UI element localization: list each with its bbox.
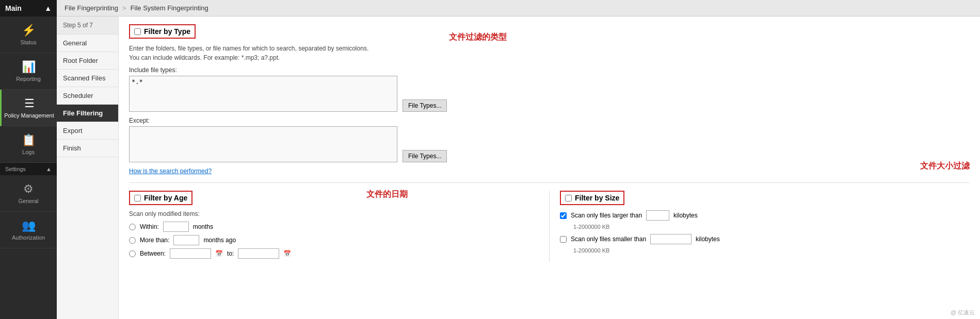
breadcrumb-part2: File System Fingerprinting: [131, 4, 208, 12]
more-than-label: More than:: [140, 237, 169, 244]
steps-nav: Step 5 of 7 General Root Folder Scanned …: [57, 16, 119, 319]
within-value-input[interactable]: 24: [163, 222, 189, 232]
larger-hint: 1-2000000 KB: [573, 224, 970, 230]
between-label: Between:: [140, 250, 166, 257]
step-header: Step 5 of 7: [57, 16, 118, 35]
content-area: Step 5 of 7 General Root Folder Scanned …: [57, 16, 980, 319]
step-finish[interactable]: Finish: [57, 140, 118, 157]
except-textarea[interactable]: [129, 126, 397, 162]
step-file-filtering[interactable]: File Filtering: [57, 105, 118, 122]
more-than-row: More than: 24 months ago: [129, 235, 539, 245]
filter-by-type-label[interactable]: Filter by Type: [134, 27, 190, 36]
authorization-icon: 👥: [22, 219, 36, 232]
breadcrumb-part1: File Fingerprinting: [65, 4, 118, 12]
step-export[interactable]: Export: [57, 122, 118, 140]
sidebar-header[interactable]: Main ▲: [0, 0, 57, 16]
calendar-icon-from[interactable]: 📅: [215, 250, 223, 257]
settings-section-label: Settings: [5, 166, 26, 172]
between-row: Between: 07/26/2019 📅 to: 07/26/2019 📅: [129, 248, 539, 259]
larger-label: Scan only files larger than: [571, 212, 642, 219]
main-content: File Fingerprinting > File System Finger…: [57, 0, 980, 319]
step-root-folder[interactable]: Root Folder: [57, 52, 118, 70]
calendar-icon-to[interactable]: 📅: [283, 250, 291, 257]
form-area: Filter by Type Enter the folders, file t…: [119, 16, 980, 319]
larger-checkbox[interactable]: [560, 212, 567, 219]
sidebar-item-authorization-label: Authorization: [12, 234, 45, 241]
how-link[interactable]: How is the search performed?: [129, 167, 970, 175]
smaller-checkbox[interactable]: [560, 236, 567, 243]
sidebar-item-general-label: General: [18, 198, 38, 204]
scan-only-label: Scan only modified items:: [129, 210, 539, 217]
between-from-input[interactable]: 07/26/2019: [170, 248, 211, 259]
sidebar-item-general[interactable]: ⚙ General: [0, 175, 57, 212]
step-scheduler[interactable]: Scheduler: [57, 87, 118, 105]
annotation-filter-type: 文件过滤的类型: [449, 32, 507, 43]
filter-by-type-title: Filter by Type: [144, 27, 190, 36]
sidebar-item-logs[interactable]: 📋 Logs: [0, 126, 57, 163]
sidebar-item-policy-management[interactable]: ☰ Policy Management: [0, 90, 57, 126]
larger-value-input[interactable]: 1: [646, 210, 669, 221]
step-scanned-files[interactable]: Scanned Files: [57, 70, 118, 87]
sidebar-main-label: Main: [5, 4, 22, 12]
more-than-unit: months ago: [203, 237, 236, 244]
include-file-types-textarea[interactable]: *.*: [129, 76, 397, 112]
breadcrumb-separator: >: [122, 4, 126, 12]
smaller-hint: 1-2000000 KB: [573, 247, 970, 254]
within-radio[interactable]: [129, 224, 136, 230]
policy-management-icon: ☰: [24, 97, 35, 110]
sidebar: Main ▲ ⚡ Status 📊 Reporting ☰ Policy Man…: [0, 0, 57, 319]
breadcrumb: File Fingerprinting > File System Finger…: [57, 0, 980, 16]
sidebar-item-reporting-label: Reporting: [16, 76, 41, 82]
sidebar-item-status-label: Status: [20, 39, 36, 45]
except-label: Except:: [129, 117, 970, 124]
within-row: Within: 24 months: [129, 222, 539, 232]
filter-by-age-title: Filter by Age: [144, 194, 187, 202]
within-label: Within:: [140, 223, 159, 230]
sidebar-item-policy-label: Policy Management: [4, 112, 54, 119]
between-to-label: to:: [227, 250, 234, 257]
smaller-unit: kilobytes: [696, 236, 720, 243]
status-icon: ⚡: [22, 24, 36, 37]
filter-by-size-label[interactable]: Filter by Size: [565, 194, 619, 202]
sidebar-item-status[interactable]: ⚡ Status: [0, 16, 57, 53]
include-label: Include file types:: [129, 66, 970, 74]
filter-by-age-box: Filter by Age: [129, 191, 192, 205]
chevron-up-icon: ▲: [44, 4, 52, 12]
filter-by-size-checkbox[interactable]: [565, 195, 572, 202]
larger-row: Scan only files larger than 1 kilobytes: [560, 210, 970, 221]
general-icon: ⚙: [23, 182, 34, 196]
more-than-radio[interactable]: [129, 237, 136, 244]
filter-by-age-label[interactable]: Filter by Age: [134, 194, 187, 202]
except-row: File Types...: [129, 126, 970, 162]
bottom-filters: Filter by Age Scan only modified items: …: [129, 182, 970, 262]
filter-by-type-box: Filter by Type: [129, 24, 196, 39]
within-unit: months: [193, 223, 213, 230]
sidebar-item-authorization[interactable]: 👥 Authorization: [0, 212, 57, 248]
filter-by-age-checkbox[interactable]: [134, 195, 141, 202]
settings-section[interactable]: Settings ▲: [0, 163, 57, 175]
sidebar-item-reporting[interactable]: 📊 Reporting: [0, 53, 57, 90]
filter-by-size-title: Filter by Size: [575, 194, 619, 202]
filter-by-type-checkbox[interactable]: [134, 28, 141, 35]
settings-chevron-icon: ▲: [46, 166, 52, 172]
between-radio[interactable]: [129, 250, 136, 257]
except-file-types-button[interactable]: File Types...: [403, 150, 447, 162]
smaller-label: Scan only files smaller than: [571, 236, 646, 243]
larger-unit: kilobytes: [673, 212, 698, 219]
more-than-value-input[interactable]: 24: [173, 235, 199, 245]
filter-by-age: Filter by Age Scan only modified items: …: [129, 191, 550, 262]
filter-by-size-box: Filter by Size: [560, 191, 624, 205]
step-general[interactable]: General: [57, 35, 118, 52]
reporting-icon: 📊: [22, 60, 36, 74]
between-to-input[interactable]: 07/26/2019: [238, 248, 279, 259]
logs-icon: 📋: [22, 133, 36, 147]
include-row: *.* File Types...: [129, 76, 970, 112]
watermark: @ 亿速云: [951, 309, 975, 316]
smaller-value-input[interactable]: 1000000: [650, 234, 692, 244]
include-file-types-button[interactable]: File Types...: [403, 99, 447, 112]
sidebar-item-logs-label: Logs: [22, 149, 35, 155]
filter-by-size: Filter by Size Scan only files larger th…: [550, 191, 970, 262]
smaller-row: Scan only files smaller than 1000000 kil…: [560, 234, 970, 244]
filter-description: Enter the folders, file types, or file n…: [129, 44, 970, 62]
